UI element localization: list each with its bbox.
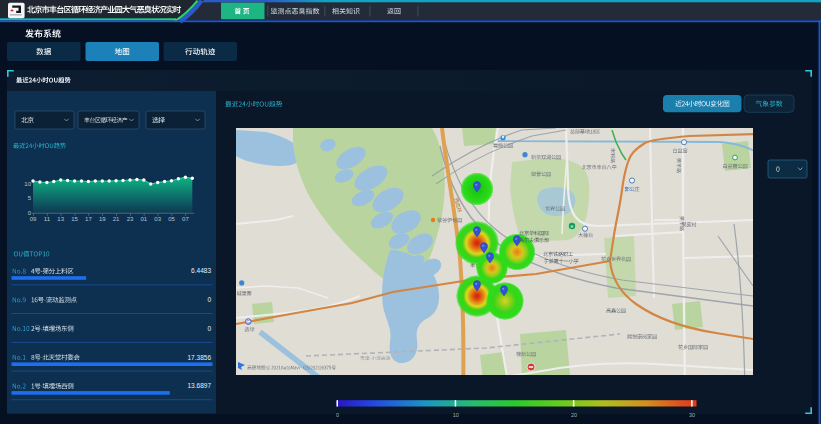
svg-text:0: 0 xyxy=(207,296,211,303)
svg-text:0: 0 xyxy=(207,325,211,332)
svg-text:21: 21 xyxy=(113,216,120,222)
svg-text:20: 20 xyxy=(571,412,577,418)
svg-text:13: 13 xyxy=(57,216,64,222)
svg-text:15: 15 xyxy=(71,216,78,222)
svg-text:13.6897: 13.6897 xyxy=(188,382,212,389)
svg-text:05: 05 xyxy=(168,216,175,222)
svg-text:19: 19 xyxy=(99,216,106,222)
svg-text:09: 09 xyxy=(30,216,37,222)
svg-text:03: 03 xyxy=(154,216,161,222)
svg-text:07: 07 xyxy=(182,216,189,222)
svg-text:23: 23 xyxy=(127,216,134,222)
svg-text:17: 17 xyxy=(85,216,92,222)
svg-text:0: 0 xyxy=(336,412,339,418)
svg-text:01: 01 xyxy=(140,216,147,222)
svg-text:10: 10 xyxy=(453,412,459,418)
svg-text:17.3856: 17.3856 xyxy=(188,354,212,361)
svg-text:11: 11 xyxy=(44,216,51,222)
svg-text:30: 30 xyxy=(689,412,695,418)
svg-text:10: 10 xyxy=(24,181,31,187)
svg-text:6.4483: 6.4483 xyxy=(191,267,211,274)
